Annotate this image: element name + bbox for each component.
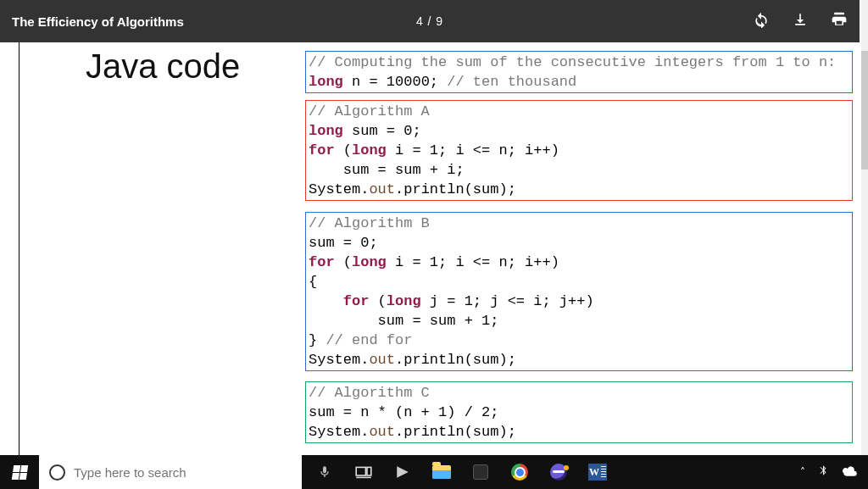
mic-icon[interactable] — [305, 455, 344, 489]
taskbar-search[interactable] — [39, 455, 302, 489]
code-comment: // Algorithm A — [309, 103, 430, 119]
code-keyword: for — [309, 254, 335, 270]
code-block-header: // Computing the sum of the consecutive … — [305, 51, 853, 93]
svg-rect-1 — [367, 467, 371, 475]
cortana-circle-icon — [49, 464, 65, 481]
chrome-icon[interactable] — [500, 455, 539, 489]
code-text: .println(sum); — [395, 352, 516, 368]
task-view-icon[interactable] — [344, 455, 383, 489]
code-text: j = 1; j <= i; j++) — [421, 293, 594, 309]
viewer-actions — [753, 11, 848, 31]
code-text: } — [309, 332, 326, 348]
file-explorer-icon[interactable] — [422, 455, 461, 489]
tray-chevron-up-icon[interactable]: ˄ — [800, 466, 805, 478]
code-text: i = 1; i <= n; i++) — [387, 142, 559, 158]
code-identifier: out — [369, 181, 395, 197]
slide-content: Java code // Computing the sum of the co… — [19, 42, 860, 455]
start-button[interactable] — [0, 455, 39, 489]
code-block-algorithm-a: // Algorithm A long sum = 0; for (long i… — [305, 100, 853, 201]
document-viewer-toolbar: The Efficiency of Algorithms 4 / 9 — [0, 0, 860, 42]
search-input[interactable] — [74, 456, 286, 488]
word-icon[interactable]: W — [578, 455, 617, 489]
download-icon[interactable] — [792, 11, 809, 31]
page-indicator: 4 / 9 — [416, 14, 443, 28]
document-title: The Efficiency of Algorithms — [12, 14, 184, 29]
code-text: System. — [309, 424, 369, 440]
windows-logo-icon — [11, 465, 27, 480]
code-text: sum = 0; — [309, 235, 378, 251]
code-keyword: long — [387, 293, 421, 309]
code-text: i = 1; i <= n; i++) — [387, 254, 559, 270]
code-text: System. — [309, 181, 369, 197]
windows-taskbar: W ˄ — [0, 455, 868, 489]
code-text: .println(sum); — [395, 424, 516, 440]
vertical-scrollbar[interactable] — [861, 0, 868, 455]
code-text: sum = sum + i; — [309, 162, 465, 178]
code-text: n = 10000; — [343, 74, 447, 90]
slide-heading: Java code — [86, 47, 240, 86]
eclipse-icon[interactable] — [539, 455, 578, 489]
code-text: sum = sum + 1; — [309, 313, 498, 329]
rotate-icon[interactable] — [753, 11, 770, 31]
bluetooth-icon[interactable] — [817, 463, 829, 481]
code-keyword: long — [352, 142, 387, 158]
code-block-algorithm-b: // Algorithm B sum = 0; for (long i = 1;… — [305, 212, 853, 371]
code-identifier: out — [369, 352, 395, 368]
code-keyword: for — [309, 142, 335, 158]
code-text: sum = 0; — [343, 123, 421, 139]
code-keyword: long — [309, 74, 343, 90]
app-generic-1[interactable] — [383, 455, 422, 489]
code-comment: // ten thousand — [447, 74, 576, 90]
code-text: .println(sum); — [395, 181, 516, 197]
code-text: System. — [309, 352, 369, 368]
code-text: ( — [335, 142, 352, 158]
code-keyword: long — [352, 254, 387, 270]
code-comment: // Algorithm C — [309, 385, 430, 401]
system-tray: ˄ — [800, 463, 868, 481]
cloud-icon[interactable] — [841, 464, 858, 480]
code-keyword: long — [309, 123, 343, 139]
store-icon[interactable] — [461, 455, 500, 489]
svg-rect-0 — [356, 467, 365, 475]
code-text: ( — [369, 293, 386, 309]
code-keyword: for — [343, 293, 370, 309]
print-icon[interactable] — [831, 11, 848, 31]
code-text: { — [309, 274, 317, 290]
word-letter: W — [589, 466, 599, 479]
taskbar-pinned-apps: W — [305, 455, 617, 489]
code-comment: // Algorithm B — [309, 215, 430, 231]
code-block-algorithm-c: // Algorithm C sum = n * (n + 1) / 2; Sy… — [305, 381, 853, 443]
code-comment: // Computing the sum of the consecutive … — [309, 54, 836, 70]
scrollbar-thumb[interactable] — [861, 51, 868, 169]
code-text: sum = n * (n + 1) / 2; — [309, 404, 498, 420]
code-text: ( — [335, 254, 352, 270]
code-identifier: out — [369, 424, 395, 440]
code-comment: // end for — [326, 332, 412, 348]
code-text — [309, 293, 343, 309]
